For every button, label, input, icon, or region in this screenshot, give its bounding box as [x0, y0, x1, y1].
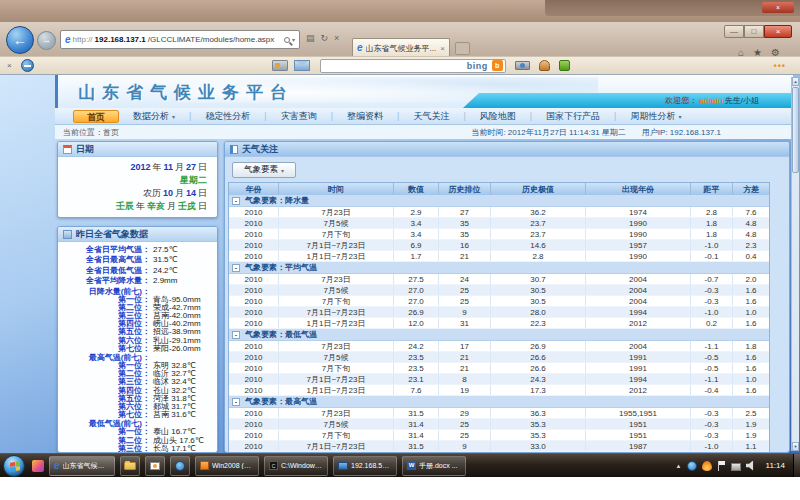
table-cell: 1.6	[733, 385, 769, 395]
collapse-icon[interactable]: -	[232, 197, 240, 205]
calendar-token: 壬辰	[116, 201, 134, 211]
show-desktop-button[interactable]	[793, 454, 800, 478]
browser-toolbar: × bing b •••	[0, 56, 800, 75]
speaker-icon[interactable]	[746, 461, 756, 471]
background-window-fragment: ×	[545, 0, 800, 16]
element-filter-button[interactable]: 气象要素 ▾	[232, 162, 296, 178]
table-row[interactable]: 20107月5候3.43523.719901.84.8	[229, 218, 769, 229]
search-input[interactable]: bing b	[320, 59, 506, 73]
section-header[interactable]: -气象要素：降水量	[229, 195, 769, 207]
table-row[interactable]: 20107月1日~7月23日6.91614.61957-1.02.3	[229, 240, 769, 251]
table-row[interactable]: 20107月下旬27.02530.52004-0.31.6	[229, 296, 769, 307]
toolbar-card-icon[interactable]	[272, 60, 288, 71]
table-cell: 35.3	[491, 430, 586, 440]
taskbar-window-button[interactable]: 192.168.59.99...	[333, 456, 397, 476]
url-scheme: http://	[73, 35, 93, 44]
nav-item-4[interactable]: 整编资料	[347, 110, 383, 123]
search-logo-icon[interactable]: b	[492, 60, 503, 71]
table-row[interactable]: 20107月下旬23.52126.61991-0.51.6	[229, 363, 769, 374]
minimize-button[interactable]: —	[724, 25, 744, 38]
taskbar-window-button[interactable]: Win2008 (VS2...	[195, 456, 259, 476]
taskbar-clock[interactable]: 11:14	[766, 461, 785, 470]
new-tab-button[interactable]	[455, 42, 470, 55]
address-bar[interactable]: e http:// 192.168.137.1 /GLCCLIMATE/modu…	[60, 30, 300, 49]
mail-icon[interactable]	[294, 60, 310, 71]
table-cell: 1994	[586, 307, 691, 317]
stop-icon[interactable]: ×	[334, 33, 339, 43]
toolbar-close-icon[interactable]: ×	[7, 61, 12, 70]
back-button[interactable]: ←	[6, 26, 34, 54]
puzzle-addon-icon[interactable]	[559, 60, 570, 71]
refresh-icon[interactable]: ↻	[321, 33, 329, 43]
table-row[interactable]: 20107月5候31.42535.31951-0.31.9	[229, 419, 769, 430]
taskbar-ie-button[interactable]: e 山东省气候业务...	[49, 456, 115, 476]
nav-item-home[interactable]: 首页	[73, 110, 119, 123]
section-header[interactable]: -气象要素：最低气温	[229, 329, 769, 341]
nav-item-2[interactable]: 稳定性分析	[205, 110, 250, 123]
network-status-icon[interactable]	[731, 463, 741, 471]
table-row[interactable]: 20107月1日~7月23日26.9928.01994-1.01.0	[229, 307, 769, 318]
taskbar-window-button[interactable]: W手册.docx ...	[402, 456, 466, 476]
tab-close-icon[interactable]: ×	[440, 44, 445, 53]
more-options-icon[interactable]: •••	[774, 61, 786, 71]
section-title: 气象要素：平均气温	[245, 262, 317, 273]
table-cell: 1990	[586, 251, 691, 261]
table-row[interactable]: 20107月下旬31.42535.31951-0.31.9	[229, 430, 769, 441]
table-cell: 2004	[586, 285, 691, 295]
forward-button[interactable]: →	[37, 31, 56, 50]
page-scrollbar[interactable]: ▲ ▼	[791, 77, 799, 451]
nav-item-3[interactable]: 灾害查询	[281, 110, 317, 123]
table-row[interactable]: 20107月下旬3.43523.719901.84.8	[229, 229, 769, 240]
start-button[interactable]	[3, 455, 25, 477]
toolbar-app-icon[interactable]	[21, 59, 34, 72]
maximize-button[interactable]: □	[744, 25, 764, 38]
nav-item-7[interactable]: 国家下行产品	[546, 110, 600, 123]
table-cell: 1月1日~7月23日	[279, 251, 394, 261]
taskbar-window-button[interactable]: CC:\Windows\s...	[264, 456, 328, 476]
table-row[interactable]: 20107月5候23.52126.61991-0.51.6	[229, 352, 769, 363]
taskbar-explorer-button[interactable]	[120, 456, 140, 476]
table-cell: 0.4	[733, 251, 769, 261]
nav-separator: |	[614, 111, 616, 121]
weather-line: 第七位：莒南 31.6℃	[58, 411, 217, 419]
scrollbar-thumb[interactable]	[792, 87, 799, 173]
table-row[interactable]: 20107月1日~7月23日23.1824.31994-1.11.0	[229, 374, 769, 385]
flame-app-icon[interactable]	[702, 461, 712, 471]
person-icon[interactable]	[539, 60, 550, 71]
nav-item-8[interactable]: 周期性分析▾	[630, 110, 681, 123]
nav-item-5[interactable]: 天气关注	[413, 110, 449, 123]
table-row[interactable]: 20101月1日~7月23日1.7212.81990-0.10.4	[229, 251, 769, 262]
nav-item-6[interactable]: 风险地图	[480, 110, 516, 123]
section-header[interactable]: -气象要素：平均气温	[229, 262, 769, 274]
pinned-app-icon[interactable]	[32, 460, 44, 472]
tray-expand-icon[interactable]: ▲	[676, 463, 682, 469]
table-row[interactable]: 20107月23日31.52936.31955,1951-0.32.5	[229, 408, 769, 419]
camera-icon[interactable]	[515, 61, 530, 70]
taskbar-media-button[interactable]	[170, 456, 190, 476]
table-row[interactable]: 20107月1日~7月23日31.5933.01987-1.01.1	[229, 441, 769, 452]
scroll-down-icon[interactable]: ▼	[792, 442, 799, 451]
network-globe-icon[interactable]	[687, 461, 697, 471]
table-row[interactable]: 20107月23日27.52430.72004-0.72.0	[229, 274, 769, 285]
section-header[interactable]: -气象要素：最高气温	[229, 396, 769, 408]
table-row[interactable]: 20101月1日~7月23日7.61917.32012-0.41.6	[229, 385, 769, 396]
compatibility-icon[interactable]: ▤	[306, 33, 315, 43]
action-center-flag-icon[interactable]	[717, 461, 726, 471]
table-row[interactable]: 20107月23日2.92736.219742.87.6	[229, 207, 769, 218]
table-row[interactable]: 20107月23日24.21726.92004-1.11.8	[229, 341, 769, 352]
collapse-icon[interactable]: -	[232, 264, 240, 272]
table-cell: -0.7	[691, 274, 733, 284]
nav-item-1[interactable]: 数据分析▾	[133, 110, 175, 123]
close-button[interactable]: ×	[764, 25, 792, 38]
browser-tab[interactable]: e 山东省气候业务平... ×	[352, 38, 450, 57]
scroll-up-icon[interactable]: ▲	[792, 77, 799, 86]
collapse-icon[interactable]: -	[232, 331, 240, 339]
table-cell: 1.6	[733, 352, 769, 362]
taskbar-window-buttons: Win2008 (VS2...CC:\Windows\s...192.168.5…	[190, 456, 466, 476]
collapse-icon[interactable]: -	[232, 398, 240, 406]
table-row[interactable]: 20107月5候27.02530.52004-0.31.6	[229, 285, 769, 296]
address-search-icon[interactable]: ▾	[284, 36, 295, 43]
table-cell: 0.2	[691, 318, 733, 328]
taskbar-image-viewer-button[interactable]	[145, 456, 165, 476]
table-row[interactable]: 20101月1日~7月23日12.03122.320120.21.6	[229, 318, 769, 329]
